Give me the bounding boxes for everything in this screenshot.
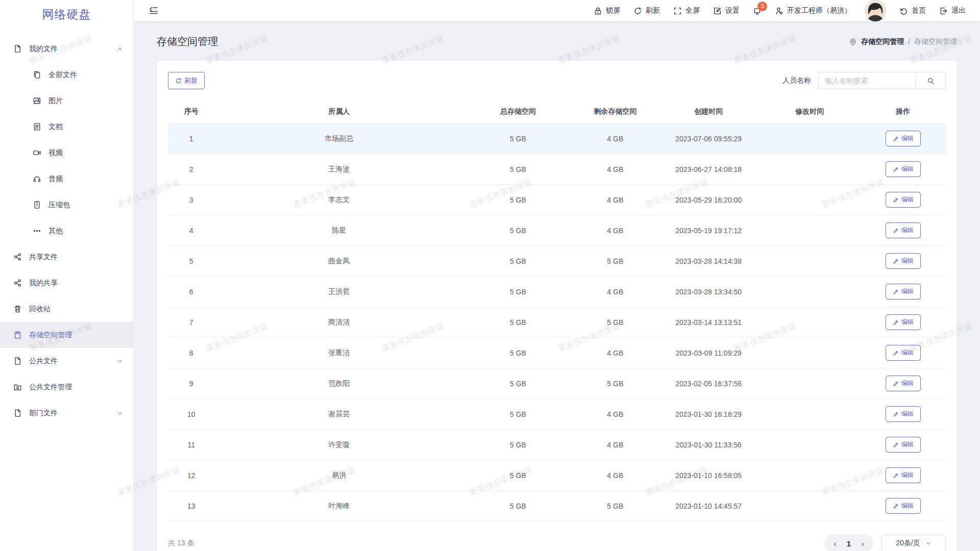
lock-screen-button[interactable]: 锁屏 (594, 6, 620, 15)
total-count: 共 13 条 (168, 539, 194, 548)
cell-owner: 市场副总 (214, 123, 463, 154)
sidebar-item-videos[interactable]: 视频 (0, 140, 133, 166)
home-button[interactable]: 首页 (899, 6, 926, 15)
cell-total: 5 GB (463, 185, 572, 215)
cell-owner: 易洪 (214, 460, 463, 491)
pencil-icon (893, 442, 899, 448)
cell-remaining: 5 GB (572, 246, 658, 277)
edit-button[interactable]: 编辑 (886, 345, 921, 361)
edit-button[interactable]: 编辑 (886, 437, 921, 453)
pencil-icon (893, 228, 899, 234)
edit-button[interactable]: 编辑 (886, 284, 921, 299)
chevron-down-icon (117, 410, 123, 416)
image-icon (33, 96, 41, 105)
sidebar-item-documents[interactable]: 文档 (0, 114, 133, 140)
card-toolbar: 刷新 人员名称 (168, 72, 946, 89)
notification-badge: 3 (757, 2, 767, 11)
pagination: ‹ 1 › 20条/页 (824, 535, 946, 551)
fullscreen-button[interactable]: 全屏 (673, 6, 700, 15)
cell-remaining: 4 GB (572, 430, 658, 460)
breadcrumb-root[interactable]: 存储空间管理 (861, 37, 904, 46)
pencil-icon (893, 319, 899, 325)
sidebar-item-public-file-mgmt[interactable]: 公共文件管理 (0, 374, 133, 400)
topbar-actions: 锁屏 刷新 全屏 (594, 0, 966, 21)
cell-modified (759, 307, 860, 338)
user-info[interactable]: 开发工程师（易洪） (775, 6, 851, 15)
table-row: 4陈星5 GB4 GB2023-05-19 19:17:12编辑 (168, 215, 946, 246)
edit-button[interactable]: 编辑 (886, 253, 921, 269)
cell-modified (759, 460, 860, 491)
cell-actions: 编辑 (860, 460, 946, 491)
cell-remaining: 4 GB (572, 277, 658, 307)
sidebar-item-label: 共享文件 (29, 253, 123, 262)
cell-owner: 张重洁 (214, 338, 463, 368)
search-button[interactable] (915, 72, 946, 89)
edit-button[interactable]: 编辑 (886, 406, 921, 422)
cell-remaining: 5 GB (572, 307, 658, 338)
pencil-icon (893, 197, 899, 203)
edit-button[interactable]: 编辑 (886, 131, 921, 146)
edit-button[interactable]: 编辑 (886, 467, 921, 483)
sidebar-item-audio[interactable]: 音频 (0, 166, 133, 192)
search-input[interactable] (818, 72, 915, 89)
sidebar-collapse-icon[interactable] (148, 5, 159, 16)
cell-total: 5 GB (463, 277, 572, 307)
storage-icon (13, 331, 22, 339)
cell-actions: 编辑 (860, 307, 946, 338)
prev-page-button[interactable]: ‹ (828, 536, 842, 551)
edit-button[interactable]: 编辑 (886, 498, 921, 514)
sidebar-item-recycle-bin[interactable]: 回收站 (0, 296, 133, 322)
cell-owner: 叶海峰 (214, 491, 463, 521)
edit-button[interactable]: 编辑 (886, 222, 921, 238)
cell-created: 2023-03-09 11:09:29 (658, 338, 759, 368)
cell-actions: 编辑 (860, 123, 946, 154)
settings-button[interactable]: 设置 (713, 6, 740, 15)
page-size-select[interactable]: 20条/页 (881, 535, 946, 551)
logout-button[interactable]: 退出 (939, 6, 966, 15)
sidebar-item-shared-files[interactable]: 共享文件 (0, 244, 133, 270)
sidebar-item-public-files[interactable]: 公共文件 (0, 348, 133, 374)
sidebar-item-others[interactable]: 其他 (0, 218, 133, 244)
cell-total: 5 GB (463, 246, 572, 277)
sidebar-item-label: 我的共享 (29, 279, 123, 288)
main-column: 锁屏 刷新 全屏 (134, 0, 980, 551)
sidebar-item-my-files[interactable]: 我的文件 (0, 36, 133, 62)
pencil-icon (893, 472, 899, 479)
sidebar-item-dept-files[interactable]: 部门文件 (0, 400, 133, 426)
page-header: 存储空间管理 存储空间管理 / 存储空间管理 (134, 21, 980, 61)
sidebar-item-all-files[interactable]: 全部文件 (0, 62, 133, 88)
edit-button[interactable]: 编辑 (886, 375, 921, 391)
edit-button[interactable]: 编辑 (886, 161, 921, 177)
table-row: 13叶海峰5 GB5 GB2023-01-10 14:45:57编辑 (168, 491, 946, 521)
sidebar-menu: 我的文件全部文件图片文档视频音频压缩包其他共享文件我的共享回收站存储空间管理公共… (0, 29, 133, 426)
cell-index: 4 (168, 215, 214, 246)
cell-index: 7 (168, 307, 214, 338)
sidebar-item-archives[interactable]: 压缩包 (0, 192, 133, 218)
edit-button[interactable]: 编辑 (886, 192, 921, 208)
pencil-icon (893, 289, 899, 295)
cell-index: 9 (168, 368, 214, 399)
sidebar-item-my-shares[interactable]: 我的共享 (0, 270, 133, 296)
sidebar-item-storage-mgmt[interactable]: 存储空间管理 (0, 322, 133, 348)
cell-index: 2 (168, 154, 214, 185)
table-refresh-button[interactable]: 刷新 (168, 72, 205, 89)
table-row: 12易洪5 GB4 GB2023-01-10 16:58:05编辑 (168, 460, 946, 491)
cell-modified (759, 246, 860, 277)
cell-index: 6 (168, 277, 214, 307)
avatar[interactable] (865, 0, 886, 21)
lock-icon (594, 7, 602, 15)
table-header-row: 序号所属人总存储空间剩余存储空间创建时间修改时间操作 (168, 101, 946, 123)
table-row: 6王洪哲5 GB4 GB2023-03-28 13:34:50编辑 (168, 277, 946, 307)
cell-remaining: 4 GB (572, 215, 658, 246)
back-icon (899, 7, 908, 15)
edit-button[interactable]: 编辑 (886, 314, 921, 330)
sidebar-item-images[interactable]: 图片 (0, 88, 133, 114)
next-page-button[interactable]: › (856, 536, 869, 551)
pager: ‹ 1 › (824, 535, 873, 551)
current-page[interactable]: 1 (842, 539, 856, 548)
cell-modified (759, 491, 860, 521)
refresh-button[interactable]: 刷新 (633, 6, 660, 15)
notification-button[interactable]: 3 (753, 7, 762, 15)
cell-total: 5 GB (463, 215, 572, 246)
sidebar-item-label: 全部文件 (48, 70, 123, 80)
